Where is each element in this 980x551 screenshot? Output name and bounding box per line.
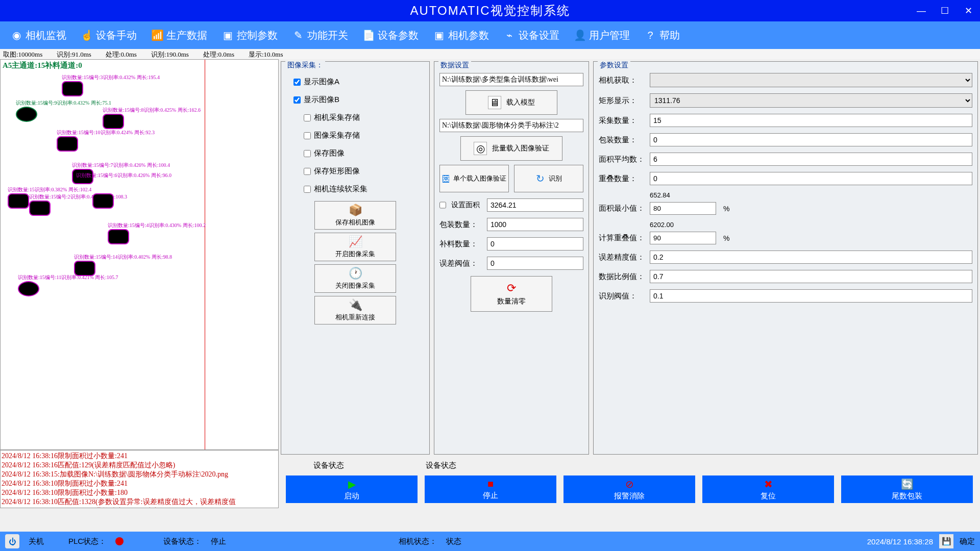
tool-icon: 📄 (362, 29, 375, 41)
status-header-2: 设备状态 (426, 461, 456, 470)
toolbar-item-4[interactable]: ✎功能开关 (286, 27, 354, 44)
power-button[interactable]: ⏻ (5, 534, 19, 548)
toolbar-item-7[interactable]: ⌁设备设置 (497, 27, 566, 44)
feed-count-input[interactable] (487, 237, 583, 251)
checkbox-cam-store[interactable] (304, 114, 311, 121)
toolbar-item-0[interactable]: ◉相机监视 (4, 27, 72, 44)
panel-title-dataset: 数据设置 (438, 61, 471, 70)
checkbox-show-image-a[interactable] (293, 79, 301, 86)
stop-capture-button[interactable]: 🕐关闭图像采集 (314, 264, 396, 293)
checkbox-img-store[interactable] (304, 132, 311, 139)
clear-alarm-button[interactable]: ⊘报警消除 (564, 475, 695, 503)
plc-status-dot (115, 537, 124, 545)
label-area-avg: 面积平均数： (599, 155, 645, 164)
checkbox-save-rect[interactable] (304, 168, 311, 175)
overlap-input[interactable] (650, 172, 972, 185)
maximize-button[interactable]: ☐ (933, 0, 957, 21)
device-status-value: 停止 (211, 537, 226, 546)
label-capture-count: 采集数量： (599, 116, 645, 126)
titlebar: AUTOMATIC视觉控制系统 — ☐ ✕ (0, 0, 980, 21)
clock-icon: 🕐 (349, 267, 362, 280)
panel-title-imgcap: 图像采集： (285, 61, 325, 70)
recog-threshold-input[interactable] (650, 289, 972, 303)
label-img-store: 图像采集存储 (314, 131, 360, 140)
toolbar-item-6[interactable]: ▣相机参数 (427, 27, 495, 44)
reset-icon: ⟳ (507, 282, 516, 295)
pack-count-input[interactable] (487, 218, 583, 231)
save-cam-image-button[interactable]: 📦保存相机图像 (314, 201, 396, 230)
cam-status-label: 相机状态： (399, 537, 437, 546)
checkbox-set-area[interactable] (439, 202, 446, 209)
stop-icon: ■ (487, 478, 494, 490)
label-calc-overlap: 计算重叠值： (599, 233, 645, 243)
stop-button[interactable]: ■停止 (425, 475, 556, 503)
panel-title-params: 参数设置 (598, 61, 630, 70)
label-contsoft: 相机连续软采集 (314, 184, 368, 194)
vision-separator (205, 60, 205, 449)
label-pack-num: 包装数量： (599, 135, 645, 145)
cam-get-select[interactable] (650, 73, 972, 87)
toolbar-item-5[interactable]: 📄设备参数 (356, 27, 425, 44)
area-min-input[interactable] (650, 202, 716, 215)
status-header-1: 设备状态 (313, 461, 344, 470)
label-show-a: 显示图像A (304, 77, 339, 87)
log-line: 2024/8/12 16:38:10限制面积过小数量:180 (2, 488, 277, 497)
area-avg-input[interactable] (650, 153, 972, 166)
minimize-button[interactable]: — (910, 0, 933, 21)
alarm-icon: ⊘ (625, 478, 634, 490)
reset-count-button[interactable]: ⟳数量清零 (471, 276, 552, 312)
reset-button[interactable]: ✖复位 (702, 475, 834, 503)
metric-proc2: 处理:0.0ms (203, 50, 234, 58)
load-model-button[interactable]: 🖥载入模型 (465, 90, 557, 115)
label-recog-threshold: 识别阀值： (599, 291, 645, 301)
single-verify-button[interactable]: 🖼单个载入图像验证 (439, 165, 509, 192)
plug-icon: 🔌 (349, 298, 362, 312)
server-icon: 🖥 (488, 96, 501, 109)
label-pack-count: 包装数量： (439, 220, 482, 230)
cam-reconnect-button[interactable]: 🔌相机重新连接 (314, 296, 396, 324)
batch-verify-button[interactable]: ◎批量载入图像验证 (460, 136, 562, 161)
label-rect-display: 矩形显示： (599, 96, 645, 106)
model-path-input[interactable] (439, 73, 583, 86)
data-ratio-input[interactable] (650, 270, 972, 283)
start-button[interactable]: ▶启动 (286, 475, 418, 503)
label-set-area: 设置面积 (451, 201, 482, 210)
close-button[interactable]: ✕ (957, 0, 980, 21)
datetime: 2024/8/12 16:38:28 (867, 537, 933, 546)
metric-recog1: 识别:91.0ms (57, 50, 91, 58)
log-line: 2024/8/12 16:38:16限制面积过小数量:241 (2, 452, 277, 461)
toolbar-item-9[interactable]: ?帮助 (638, 27, 686, 44)
toolbar-item-2[interactable]: 📶生产数据 (145, 27, 213, 44)
floppy-icon: 💾 (942, 537, 951, 546)
area-value-input[interactable] (487, 198, 583, 212)
calc-overlap-input[interactable] (650, 232, 716, 244)
verify-path-input[interactable] (439, 119, 583, 132)
toolbar-item-3[interactable]: ▣控制参数 (215, 27, 284, 44)
checkbox-continuous-soft[interactable] (304, 186, 311, 193)
start-capture-button[interactable]: 📈开启图像采集 (314, 233, 396, 261)
tool-icon: ? (644, 29, 656, 41)
label-error-threshold: 误差阀值： (439, 259, 482, 268)
plc-label: PLC状态： (68, 537, 106, 546)
error-precision-input[interactable] (650, 251, 972, 264)
metric-proc1: 处理:0.0ms (106, 50, 137, 58)
save-button[interactable]: 💾 (939, 534, 953, 548)
hint-calc-overlap: 6202.00 (650, 221, 972, 229)
toolbar-item-8[interactable]: 👤用户管理 (568, 27, 636, 44)
vision-preview: A5主通道:15补料通道:0 识别数量:15编号:3识别率:0.432% 周长:… (0, 59, 279, 450)
checkbox-show-image-b[interactable] (293, 96, 301, 104)
confirm-label[interactable]: 确定 (960, 537, 975, 546)
tool-icon: ☝ (81, 29, 93, 41)
toolbar-item-1[interactable]: ☝设备手动 (75, 27, 143, 44)
log-line: 2024/8/12 16:38:10限制面积过小数量:241 (2, 479, 277, 488)
tail-pack-button[interactable]: 🔄尾数包装 (841, 475, 973, 503)
recognize-button[interactable]: ↻识别 (514, 165, 583, 192)
label-overlap: 重叠数量： (599, 174, 645, 184)
rect-display-select[interactable]: 1311.76 (650, 93, 972, 108)
pack-num-input[interactable] (650, 133, 972, 146)
error-threshold-input[interactable] (487, 257, 583, 270)
label-feed-count: 补料数量： (439, 239, 482, 249)
capture-count-input[interactable] (650, 114, 972, 127)
checkbox-save-img[interactable] (304, 150, 311, 157)
log-panel[interactable]: 2024/8/12 16:38:16限制面积过小数量:2412024/8/12 … (0, 450, 279, 508)
